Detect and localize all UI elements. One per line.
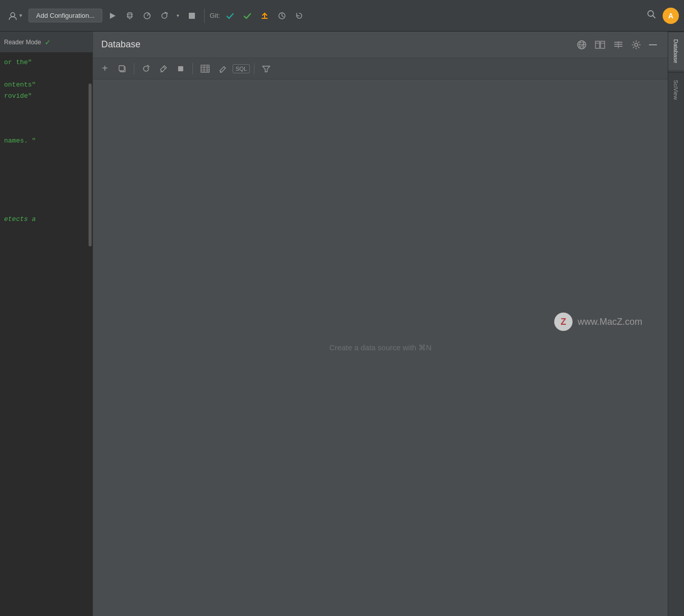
stop-icon [188, 12, 195, 19]
db-panel-title: Database [101, 39, 574, 50]
search-icon [647, 10, 656, 19]
pencil-icon [219, 65, 227, 73]
code-line-4: rovide" [0, 91, 93, 102]
svg-marker-1 [110, 13, 116, 19]
code-line-5 [0, 102, 93, 113]
svg-rect-31 [119, 66, 124, 71]
db-stop-button[interactable] [173, 64, 188, 74]
code-line-13 [0, 191, 93, 203]
sidebar-tab-sciview-icon: SciView [673, 80, 679, 100]
svg-line-7 [147, 14, 149, 16]
db-add-button[interactable]: + [97, 61, 112, 76]
user-button[interactable]: ▾ [5, 9, 25, 22]
database-panel: Database [93, 32, 668, 616]
svg-rect-36 [201, 65, 209, 72]
svg-rect-21 [601, 41, 605, 48]
coverage-button[interactable] [140, 9, 154, 22]
code-line-3: ontents" [0, 79, 93, 91]
search-button[interactable] [643, 7, 660, 24]
svg-rect-35 [178, 66, 183, 71]
reader-mode-label: Reader Mode [4, 39, 41, 46]
edit2-icon [159, 65, 167, 73]
run-icon [108, 12, 117, 20]
git-commit-icon [243, 12, 251, 20]
svg-point-0 [11, 13, 15, 17]
db-sql-button[interactable]: SQL [233, 64, 250, 73]
svg-marker-44 [263, 66, 270, 72]
user-icon [8, 11, 17, 20]
reload-button[interactable] [157, 9, 172, 22]
stop-button[interactable] [185, 10, 199, 22]
editor-header: Reader Mode ✓ [0, 32, 93, 53]
debug-icon [126, 12, 134, 20]
db-header-icons [574, 38, 660, 52]
db-toolbar-sep-3 [254, 63, 254, 74]
table-view-icon [201, 65, 210, 73]
code-line-9 [0, 147, 93, 158]
db-table-view-button[interactable] [197, 63, 213, 75]
git-history-button[interactable] [275, 9, 289, 22]
svg-marker-32 [160, 66, 166, 72]
reload-icon [160, 12, 168, 20]
reload-dropdown-button[interactable]: ▾ [175, 10, 182, 21]
svg-rect-20 [595, 41, 600, 48]
db-cols2-button[interactable] [611, 39, 626, 51]
sidebar-tab-sciview[interactable]: SciView [668, 72, 684, 107]
filter-icon [262, 65, 270, 73]
main-area: Reader Mode ✓ or the" ontents" rovide" n… [0, 32, 684, 616]
top-toolbar: ▾ Add Configuration... ▾ [0, 0, 684, 32]
right-sidebar: Database SciView [668, 32, 684, 616]
user-dropdown-arrow: ▾ [19, 12, 22, 19]
code-line-7 [0, 124, 93, 135]
git-commit-button[interactable] [240, 9, 254, 22]
git-push-icon [261, 12, 269, 20]
svg-line-34 [163, 67, 165, 69]
git-label: Git: [210, 12, 220, 19]
reader-mode-check[interactable]: ✓ [45, 37, 50, 47]
git-push-button[interactable] [258, 9, 272, 22]
db-edit-button[interactable] [215, 63, 231, 75]
add-configuration-button[interactable]: Add Configuration... [28, 9, 102, 22]
db-edit2-button[interactable] [156, 63, 171, 75]
code-line-15: etects a [0, 214, 93, 225]
editor-scrollbar[interactable] [89, 83, 92, 246]
editor-code-area: or the" ontents" rovide" names. " etects… [0, 53, 93, 616]
code-line-1: or the" [0, 57, 93, 68]
code-line-2 [0, 68, 93, 79]
db-toolbar-sep-1 [134, 63, 134, 74]
db-settings-button[interactable] [629, 38, 643, 51]
svg-line-13 [653, 16, 656, 18]
db-panel-header: Database [93, 32, 668, 58]
db-toolbar: + [93, 58, 668, 79]
db-globe-button[interactable] [574, 38, 589, 52]
debug-button[interactable] [123, 9, 137, 22]
git-history-icon [278, 12, 286, 20]
code-line-14 [0, 203, 93, 214]
globe-icon [577, 40, 587, 50]
db-close-button[interactable] [646, 42, 660, 48]
avatar-button[interactable]: A [663, 8, 679, 24]
code-line-8: names. " [0, 135, 93, 147]
sidebar-tab-database[interactable]: Database [668, 32, 684, 70]
db-filter-button[interactable] [259, 63, 274, 75]
cols2-icon [613, 41, 623, 49]
code-line-6 [0, 113, 93, 124]
svg-line-42 [224, 67, 225, 68]
settings-icon [632, 40, 641, 49]
cols1-icon [595, 41, 605, 49]
run-button[interactable] [105, 9, 120, 22]
db-refresh-button[interactable] [138, 63, 154, 75]
code-line-12 [0, 180, 93, 191]
db-empty-message: Create a data source with ⌘N [329, 343, 432, 352]
git-update-button[interactable] [223, 9, 237, 22]
svg-rect-8 [189, 13, 195, 19]
code-line-11 [0, 169, 93, 180]
git-update-icon [226, 12, 234, 20]
sidebar-tab-database-icon: Database [673, 39, 679, 63]
git-rollback-button[interactable] [292, 9, 306, 22]
stop-icon-db [178, 66, 184, 72]
copy-icon [118, 65, 126, 73]
db-copy-button[interactable] [115, 63, 130, 75]
db-cols1-button[interactable] [592, 39, 608, 51]
git-rollback-icon [295, 12, 303, 20]
